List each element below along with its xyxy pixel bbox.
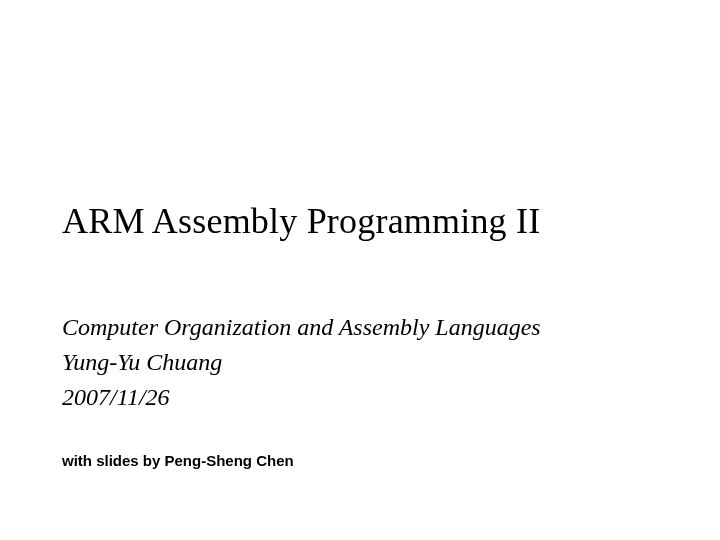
- course-name: Computer Organization and Assembly Langu…: [62, 310, 541, 345]
- slide-date: 2007/11/26: [62, 380, 541, 415]
- author-name: Yung-Yu Chuang: [62, 345, 541, 380]
- slide-credit: with slides by Peng-Sheng Chen: [62, 452, 294, 469]
- slide-title: ARM Assembly Programming II: [62, 200, 540, 242]
- slide: ARM Assembly Programming II Computer Org…: [0, 0, 720, 540]
- slide-subtitle: Computer Organization and Assembly Langu…: [62, 310, 541, 414]
